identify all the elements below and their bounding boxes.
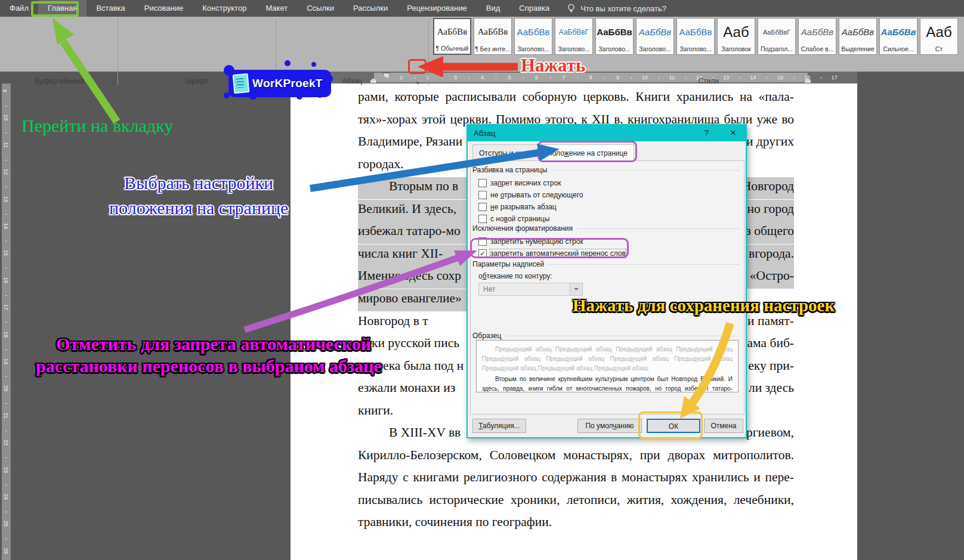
tab-Рассылки[interactable]: Рассылки [344,0,397,17]
tab-Рецензирование[interactable]: Рецензирование [397,0,476,17]
ruler-number: 17 [832,75,838,81]
ribbon-tabs: ФайлГлавнаяВставкаРисованиеКонструкторМа… [0,0,559,17]
checkbox-label: не отрывать от следующего [490,191,583,199]
checkbox-option[interactable]: запрет висячих строк [478,178,561,188]
style-card[interactable]: АаБбВв¶ Обычный [433,18,471,55]
ruler-number: 25 [3,521,9,527]
style-card[interactable]: АаБбВвЗаголово... [636,18,674,55]
style-card[interactable]: АаБбВвЗаголово... [676,18,715,55]
dialog-help-button[interactable]: ? [705,128,709,137]
ruler-number: 15 [777,75,783,81]
set-default-button[interactable]: По умолчанию [577,419,642,433]
style-card[interactable]: АаБбВвГЗаголово... [555,18,593,55]
ruler-number: 11 [669,75,675,81]
horizontal-ruler[interactable]: 1234567891011121314151617 [0,72,964,83]
lightbulb-icon [567,4,575,13]
tabs-button[interactable]: Табуляция... [472,419,526,433]
doc-line: травники, сочинения по географии. [358,513,794,535]
tab-Конструктор[interactable]: Конструктор [193,0,256,17]
checkbox-label: запрет висячих строк [490,179,561,187]
ribbon-tab-bar: ФайлГлавнаяВставкаРисованиеКонструкторМа… [0,0,964,17]
style-card[interactable]: АаБбВвГПодзагол... [758,18,796,55]
ruler-number: 10 [3,115,9,120]
tab-Справка[interactable]: Справка [509,0,559,17]
ruler-number: 22 [3,440,9,445]
styles-group-label: Стили [679,77,739,85]
ruler-number: 21 [3,413,9,419]
style-card[interactable]: АаБбВвСильное... [879,18,917,55]
paragraph-dialog: Абзац ? × Отступы и интервалы Положение … [466,124,747,438]
checkbox-option[interactable]: не разрывать абзац [478,202,557,212]
checkbox[interactable] [478,215,487,223]
style-card[interactable]: АаБбВвВыделение [839,18,877,55]
checkbox[interactable] [478,237,487,246]
style-card[interactable]: АаБбВвСлабое в... [798,18,836,55]
ruler-number: 14 [750,75,756,81]
tab-Макет[interactable]: Макет [256,0,297,17]
style-card[interactable]: АабСт [920,18,958,55]
ruler-number: 15 [3,250,9,256]
ruler-number: 20 [3,385,9,391]
checkbox[interactable] [478,191,487,199]
vertical-ruler[interactable]: 91011121314151617181920212223242526 [1,83,12,560]
checkbox-label: запретить автоматический перенос слов [490,249,626,258]
checkbox-option[interactable]: запретить нумерацию строк [478,236,583,247]
ruler-number: 13 [3,196,9,202]
tell-me-search[interactable]: Что вы хотите сделать? [567,4,666,13]
group-format-exceptions: Исключения форматирования [472,224,740,233]
word-window: ФайлГлавнаяВставкаРисованиеКонструкторМа… [0,0,964,560]
annotation-choose-2: положения на странице [109,198,288,218]
checkbox[interactable] [478,179,487,187]
tab-Вид[interactable]: Вид [477,0,510,17]
clipboard-group-label: Буфер обмена [24,77,95,85]
preview-black-text: Вторым по величине крупнейшим культурным… [482,375,733,392]
annotation-choose-1: Выбрать настройки [124,173,273,193]
tab-Рисование[interactable]: Рисование [135,0,193,17]
ruler-number: 8 [589,75,592,81]
ruler-number: 12 [3,169,9,175]
clipboard-dialog-launcher[interactable]: ↘ [108,78,117,87]
style-card[interactable]: АаБбВвЗаголово... [514,18,552,55]
ruler-number: 23 [3,467,9,473]
ruler-number: 17 [3,304,9,310]
doc-line: писывались исторические хроники, летопис… [358,491,794,513]
annotation-go-to-tab: Перейти на вкладку [21,116,173,136]
checkbox[interactable] [478,203,487,211]
checkbox-option[interactable]: не отрывать от следующего [478,190,583,200]
style-card[interactable]: АаБбВвЗаголово... [595,18,634,55]
preview-gray-text: Предыдущий абзац Предыдущий абзац Предыд… [482,345,733,373]
font-group-label: Шрифт [167,77,227,85]
style-card[interactable]: АаБбВв¶ Без инте... [474,18,512,55]
ruler-number: 9 [2,89,8,92]
checkbox-option[interactable]: ✓запретить автоматический перенос слов [478,248,626,259]
ruler-number: 10 [642,75,648,81]
ruler-number: 3 [454,75,457,81]
tab-line-page-breaks[interactable]: Положение на странице [540,144,634,161]
cancel-button[interactable]: Отмена [704,419,743,433]
group-preview: Образец [472,332,740,340]
checkbox-label: с новой страницы [490,215,549,223]
select-arrow-icon [570,283,582,295]
ruler-number: 6 [535,75,538,81]
style-card[interactable]: АабЗаголовок [717,18,755,55]
ruler-number: 24 [3,494,9,500]
styles-gallery: АаБбВв¶ ОбычныйАаБбВв¶ Без инте...АаБбВв… [431,18,964,61]
tab-Файл[interactable]: Файл [0,0,38,17]
ok-button[interactable]: ОК [647,419,700,433]
paragraph-dialog-launcher[interactable]: ↘ [413,78,422,87]
ruler-number: 26 [3,548,9,554]
preview-box: Предыдущий абзац Предыдущий абзац Предыд… [476,340,739,392]
dialog-titlebar[interactable]: Абзац ? × [468,125,746,141]
checkbox-option[interactable]: с новой страницы [478,214,549,224]
checkbox-checked[interactable]: ✓ [478,249,487,258]
wrap-select[interactable]: Нет [478,283,583,296]
tab-Ссылки[interactable]: Ссылки [297,0,344,17]
ruler-number: 16 [3,277,9,283]
group-textbox-options: Параметры надписей [472,260,740,268]
doc-line: Кирилло-Белозерском, Соловецком монастыр… [358,446,794,468]
tab-Вставка[interactable]: Вставка [86,0,134,17]
ruler-number: 19 [3,358,9,364]
tab-Главная[interactable]: Главная [38,0,86,17]
dialog-close-button[interactable]: × [730,127,736,139]
ruler-number: 4 [481,75,484,81]
